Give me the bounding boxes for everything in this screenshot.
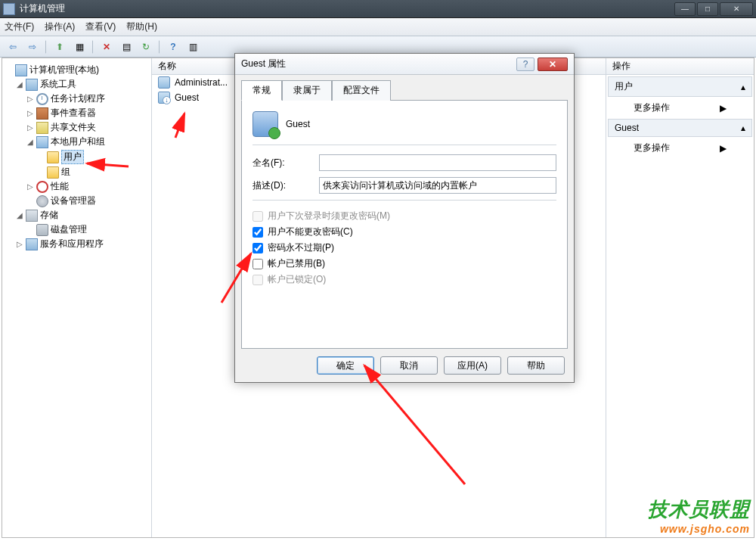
computer-icon bbox=[15, 64, 27, 76]
apply-button[interactable]: 应用(A) bbox=[444, 356, 501, 375]
tree-sys-tools[interactable]: 系统工具 bbox=[40, 78, 76, 91]
toolbar-separator bbox=[45, 40, 47, 54]
chevron-right-icon: ▶ bbox=[720, 143, 727, 154]
menu-help[interactable]: 帮助(H) bbox=[126, 20, 157, 33]
maximize-button[interactable]: □ bbox=[697, 2, 718, 16]
tree-storage[interactable]: 存储 bbox=[40, 209, 58, 222]
dialog-help-button[interactable]: ? bbox=[516, 58, 534, 71]
menu-action[interactable]: 操作(A) bbox=[45, 20, 75, 33]
refresh-button[interactable]: ↻ bbox=[138, 39, 154, 55]
tree-device-mgr[interactable]: 设备管理器 bbox=[51, 194, 96, 207]
chk-cannot-change-label: 用户不能更改密码(C) bbox=[268, 225, 353, 238]
minimize-button[interactable]: — bbox=[674, 2, 696, 16]
dialog-close-button[interactable]: ✕ bbox=[538, 58, 568, 71]
ok-button[interactable]: 确定 bbox=[317, 356, 374, 375]
watermark: 技术员联盟 www.jsgho.com bbox=[648, 496, 750, 535]
tab-general[interactable]: 常规 bbox=[241, 80, 282, 101]
tree-groups[interactable]: 组 bbox=[61, 166, 70, 179]
up-button[interactable]: ⬆ bbox=[51, 39, 68, 55]
show-hide-tree-button[interactable]: ▦ bbox=[71, 39, 88, 55]
dialog-title: Guest 属性 bbox=[241, 58, 286, 70]
tree-task-sched[interactable]: 任务计划程序 bbox=[51, 92, 105, 105]
title-bar: 计算机管理 — □ ✕ bbox=[0, 0, 756, 18]
folder-icon bbox=[47, 166, 59, 179]
fullname-label: 全名(F): bbox=[253, 157, 319, 169]
forward-button[interactable]: ⇨ bbox=[24, 39, 41, 55]
tab-profile[interactable]: 配置文件 bbox=[332, 80, 391, 101]
tools-icon bbox=[26, 79, 38, 91]
help-button[interactable]: ? bbox=[165, 39, 181, 55]
collapse-icon: ▴ bbox=[741, 82, 745, 92]
back-button[interactable]: ⇦ bbox=[5, 39, 21, 55]
tree-services-apps[interactable]: 服务和应用程序 bbox=[40, 238, 104, 250]
fullname-field[interactable] bbox=[319, 154, 556, 171]
chk-must-change-label: 用户下次登录时须更改密码(M) bbox=[268, 210, 390, 222]
chk-account-locked bbox=[253, 275, 263, 285]
divider bbox=[253, 200, 556, 201]
description-field[interactable] bbox=[319, 177, 556, 194]
disk-icon bbox=[36, 224, 48, 236]
menu-bar: 文件(F) 操作(A) 查看(V) 帮助(H) bbox=[0, 18, 756, 36]
dialog-tabs: 常规 隶属于 配置文件 bbox=[235, 75, 574, 100]
toolbar-separator bbox=[92, 40, 94, 54]
help-button[interactable]: 帮助 bbox=[507, 356, 565, 375]
toolbar-separator bbox=[159, 40, 160, 54]
tree-event-viewer[interactable]: 事件查看器 bbox=[51, 107, 96, 120]
chk-disabled-label: 帐户已禁用(B) bbox=[268, 257, 325, 270]
tree-root[interactable]: 计算机管理(本地) bbox=[29, 64, 99, 76]
gear-icon bbox=[36, 195, 48, 207]
menu-file[interactable]: 文件(F) bbox=[5, 20, 34, 33]
close-button[interactable]: ✕ bbox=[720, 2, 753, 16]
actions-more-1[interactable]: 更多操作 ▶ bbox=[606, 98, 754, 117]
users-group-icon bbox=[36, 136, 48, 148]
chk-must-change-password bbox=[253, 211, 263, 222]
menu-view[interactable]: 查看(V) bbox=[85, 20, 116, 33]
tree-local-users-groups[interactable]: 本地用户和组 bbox=[51, 135, 105, 148]
cancel-button[interactable]: 取消 bbox=[380, 356, 438, 375]
tab-page-general: Guest 全名(F): 描述(D): 用户下次登录时须更改密码(M) 用户不能… bbox=[241, 100, 568, 349]
tree-shared-folders[interactable]: 共享文件夹 bbox=[51, 121, 96, 134]
actions-more-2[interactable]: 更多操作 ▶ bbox=[606, 138, 754, 157]
share-icon bbox=[36, 122, 48, 134]
tab-memberof[interactable]: 隶属于 bbox=[282, 80, 332, 101]
tree-users[interactable]: 用户 bbox=[61, 150, 84, 164]
book-icon bbox=[36, 107, 48, 120]
nav-tree[interactable]: 计算机管理(本地) ◢系统工具 ▷任务计划程序 ▷事件查看器 ▷共享文件夹 ◢本… bbox=[2, 58, 152, 537]
chk-account-disabled[interactable] bbox=[253, 259, 263, 269]
delete-button[interactable]: ✕ bbox=[98, 39, 115, 55]
guest-user-icon bbox=[158, 92, 170, 104]
user-icon bbox=[158, 76, 170, 89]
services-icon bbox=[26, 238, 38, 250]
actions-group-users[interactable]: 用户 ▴ bbox=[608, 76, 752, 97]
drive-icon bbox=[26, 210, 38, 222]
clock-icon bbox=[36, 93, 48, 105]
chk-cannot-change-password[interactable] bbox=[253, 227, 263, 238]
chk-locked-label: 帐户已锁定(O) bbox=[268, 273, 326, 286]
divider bbox=[253, 145, 556, 145]
description-label: 描述(D): bbox=[253, 179, 319, 192]
gauge-icon bbox=[36, 181, 48, 193]
actions-header: 操作 bbox=[606, 58, 754, 75]
export-button[interactable]: ▥ bbox=[184, 39, 201, 55]
tree-disk-mgmt[interactable]: 磁盘管理 bbox=[51, 223, 87, 236]
chk-never-expires[interactable] bbox=[253, 243, 263, 253]
username-display: Guest bbox=[286, 119, 310, 129]
app-icon bbox=[3, 3, 15, 15]
collapse-icon: ▴ bbox=[741, 123, 745, 133]
properties-button[interactable]: ▤ bbox=[118, 39, 135, 55]
folder-icon bbox=[47, 151, 59, 163]
properties-dialog: Guest 属性 ? ✕ 常规 隶属于 配置文件 Guest 全名(F): 描述… bbox=[234, 53, 575, 383]
chk-never-expires-label: 密码永不过期(P) bbox=[268, 241, 334, 254]
watermark-line1: 技术员联盟 bbox=[648, 496, 750, 523]
list-item-label: Administrat... bbox=[175, 77, 228, 88]
tree-performance[interactable]: 性能 bbox=[51, 180, 69, 193]
chevron-right-icon: ▶ bbox=[720, 103, 727, 113]
window-title: 计算机管理 bbox=[20, 2, 674, 15]
user-large-icon bbox=[253, 111, 278, 137]
dialog-title-bar: Guest 属性 ? ✕ bbox=[235, 54, 574, 75]
actions-pane: 操作 用户 ▴ 更多操作 ▶ Guest ▴ 更多操作 ▶ bbox=[606, 58, 754, 537]
watermark-line2: www.jsgho.com bbox=[648, 523, 750, 535]
actions-group-guest[interactable]: Guest ▴ bbox=[608, 119, 752, 137]
list-item-label: Guest bbox=[175, 92, 199, 103]
